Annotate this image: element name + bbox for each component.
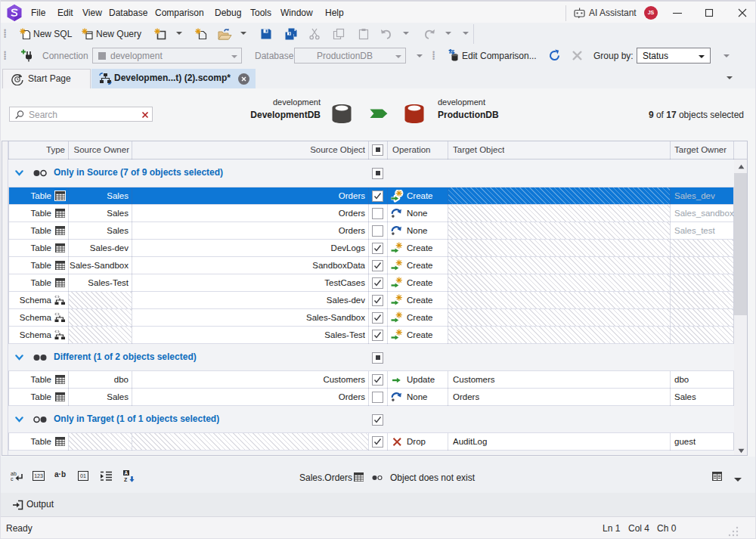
svg-text:A: A	[124, 470, 128, 475]
svg-text:c: c	[11, 476, 14, 482]
svg-text:ab: ab	[11, 471, 17, 476]
svg-text:Z: Z	[124, 477, 128, 482]
